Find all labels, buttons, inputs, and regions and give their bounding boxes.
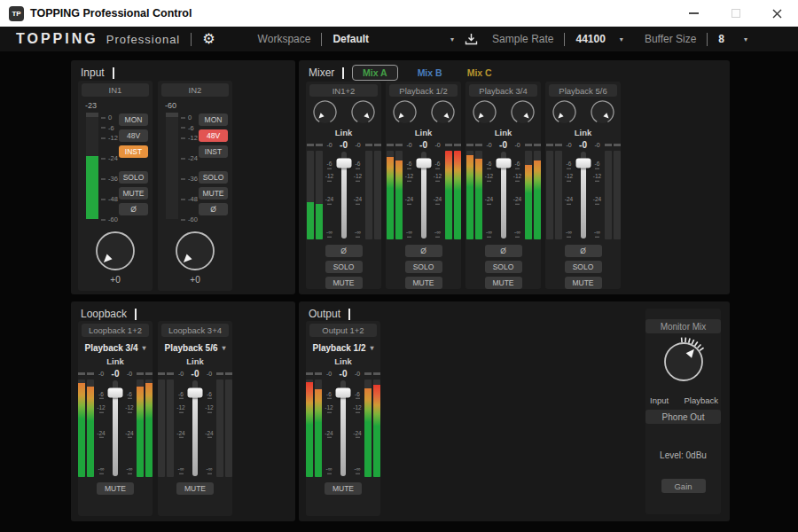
mute-button[interactable]: MUTE bbox=[405, 277, 442, 289]
channel-fader[interactable] bbox=[496, 151, 512, 239]
phantom-48v-button[interactable]: 48V bbox=[119, 129, 148, 142]
buffer-size-value[interactable]: 8 bbox=[718, 33, 724, 45]
save-workspace-button[interactable] bbox=[465, 33, 478, 45]
phase-button[interactable]: Ø bbox=[119, 203, 148, 215]
pan-knob-right[interactable] bbox=[430, 99, 456, 125]
channel-fader[interactable] bbox=[575, 151, 591, 239]
mute-button[interactable]: MUTE bbox=[485, 277, 522, 289]
chevron-down-icon[interactable]: ▾ bbox=[620, 35, 623, 43]
peak-cap-mark bbox=[534, 144, 541, 146]
solo-button[interactable]: SOLO bbox=[325, 261, 363, 273]
pan-knob-right[interactable] bbox=[590, 99, 615, 125]
monitor-mix-header[interactable]: Monitor Mix bbox=[645, 319, 721, 333]
mute-button[interactable]: MUTE bbox=[325, 482, 362, 495]
channel-fader[interactable] bbox=[335, 379, 351, 477]
level-meter bbox=[387, 151, 394, 239]
phone-out-header[interactable]: Phone Out bbox=[645, 410, 721, 424]
output-channel-header[interactable]: Output 1+2 bbox=[309, 324, 377, 337]
loopback-channel-header[interactable]: Loopback 1+2 bbox=[82, 324, 149, 337]
sample-rate-value[interactable]: 44100 bbox=[575, 33, 605, 45]
phase-button[interactable]: Ø bbox=[325, 245, 363, 257]
solo-button[interactable]: SOLO bbox=[565, 261, 602, 273]
pan-knob-right[interactable] bbox=[350, 99, 376, 125]
solo-button[interactable]: SOLO bbox=[119, 171, 148, 184]
scale-label: -24 bbox=[563, 197, 575, 205]
meter-peak-cap bbox=[364, 144, 373, 146]
gear-icon[interactable]: ⚙ bbox=[202, 32, 215, 46]
source-select[interactable]: Playback 3/4▾ bbox=[84, 341, 145, 355]
mute-button[interactable]: MUTE bbox=[97, 482, 134, 495]
input-channel-header[interactable]: IN2 bbox=[161, 83, 229, 97]
phase-button[interactable]: Ø bbox=[565, 245, 602, 257]
scale-label: -12 bbox=[352, 174, 364, 182]
solo-button[interactable]: SOLO bbox=[485, 261, 522, 273]
scale-label: -12 bbox=[403, 174, 416, 182]
mix-tab[interactable]: Mix B bbox=[412, 66, 448, 80]
close-button[interactable] bbox=[756, 0, 798, 27]
level-meter bbox=[145, 379, 153, 477]
chevron-down-icon[interactable]: ▾ bbox=[744, 35, 747, 43]
phase-button[interactable]: Ø bbox=[405, 245, 442, 257]
mixer-channel-header[interactable]: Playback 5/6 bbox=[549, 84, 617, 97]
mixer-channel-strip: Playback 3/4Link-0-0-0-6-12-24-∞-6-12-24… bbox=[466, 82, 541, 289]
gain-knob[interactable] bbox=[95, 231, 136, 271]
meter-peak-cap bbox=[77, 372, 86, 375]
fader-handle[interactable] bbox=[188, 388, 203, 398]
mix-tab[interactable]: Mix A bbox=[352, 65, 398, 81]
workspace-value[interactable]: Default bbox=[332, 33, 369, 45]
pan-knob-left[interactable] bbox=[552, 99, 577, 125]
fader-scale: -6-12-24-∞ bbox=[123, 379, 136, 477]
monitor-mix-knob[interactable] bbox=[659, 337, 708, 387]
loopback-channel-header[interactable]: Loopback 3+4 bbox=[161, 324, 229, 337]
pan-knob-right[interactable] bbox=[510, 99, 536, 125]
fader-handle[interactable] bbox=[336, 159, 351, 168]
solo-button[interactable]: SOLO bbox=[405, 261, 442, 273]
pan-knob-left[interactable] bbox=[392, 99, 418, 125]
mixer-channel-header[interactable]: Playback 1/2 bbox=[389, 84, 458, 97]
channel-fader[interactable] bbox=[336, 151, 352, 239]
inst-button[interactable]: INST bbox=[119, 145, 148, 158]
source-select-value: Playback 5/6 bbox=[164, 343, 217, 353]
fader-cluster: -0-0-0-6-12-24-∞-6-12-24-∞ bbox=[386, 139, 462, 239]
channel-fader[interactable] bbox=[416, 151, 432, 239]
link-label: Link bbox=[334, 356, 352, 366]
input-channel-header[interactable]: IN1 bbox=[82, 83, 149, 97]
chevron-down-icon[interactable]: ▾ bbox=[450, 35, 454, 43]
mixer-channel-header[interactable]: Playback 3/4 bbox=[469, 84, 537, 97]
mix-tab[interactable]: Mix C bbox=[462, 66, 497, 80]
scale-label: -6 bbox=[95, 391, 107, 399]
mixer-channel-header[interactable]: IN1+2 bbox=[309, 84, 378, 97]
fader-handle[interactable] bbox=[575, 159, 591, 168]
mon-button[interactable]: MON bbox=[119, 113, 148, 126]
mon-button[interactable]: MON bbox=[199, 113, 228, 126]
source-select[interactable]: Playback 5/6▾ bbox=[164, 341, 225, 355]
mute-button[interactable]: MUTE bbox=[176, 482, 214, 495]
inst-button[interactable]: INST bbox=[199, 145, 228, 158]
phase-button[interactable]: Ø bbox=[485, 245, 522, 257]
mute-button[interactable]: MUTE bbox=[325, 277, 363, 289]
level-meter bbox=[166, 113, 178, 219]
gain-button[interactable]: Gain bbox=[661, 479, 706, 493]
maximize-button[interactable] bbox=[715, 0, 756, 27]
fader-handle[interactable] bbox=[416, 159, 431, 168]
gain-knob[interactable] bbox=[175, 231, 215, 271]
mute-button[interactable]: MUTE bbox=[199, 187, 228, 200]
pan-knob-left[interactable] bbox=[312, 99, 338, 125]
source-select[interactable]: Playback 1/2▾ bbox=[312, 341, 373, 355]
phantom-48v-button[interactable]: 48V bbox=[199, 129, 228, 142]
meter-fill bbox=[525, 165, 532, 239]
meter-fader-row: -6-12-24-∞-6-12-24-∞ bbox=[305, 379, 381, 477]
mute-button[interactable]: MUTE bbox=[565, 277, 602, 289]
pan-knob-left[interactable] bbox=[472, 99, 497, 125]
fader-handle[interactable] bbox=[496, 159, 511, 168]
minimize-button[interactable] bbox=[673, 0, 715, 27]
phase-button[interactable]: Ø bbox=[199, 203, 228, 215]
cluster-top-row: -0-0-0 bbox=[466, 139, 542, 151]
window-controls bbox=[673, 0, 798, 27]
fader-handle[interactable] bbox=[108, 388, 123, 398]
mute-button[interactable]: MUTE bbox=[119, 187, 148, 200]
fader-handle[interactable] bbox=[336, 388, 351, 398]
solo-button[interactable]: SOLO bbox=[199, 171, 228, 184]
channel-fader[interactable] bbox=[107, 379, 123, 477]
channel-fader[interactable] bbox=[187, 379, 203, 477]
